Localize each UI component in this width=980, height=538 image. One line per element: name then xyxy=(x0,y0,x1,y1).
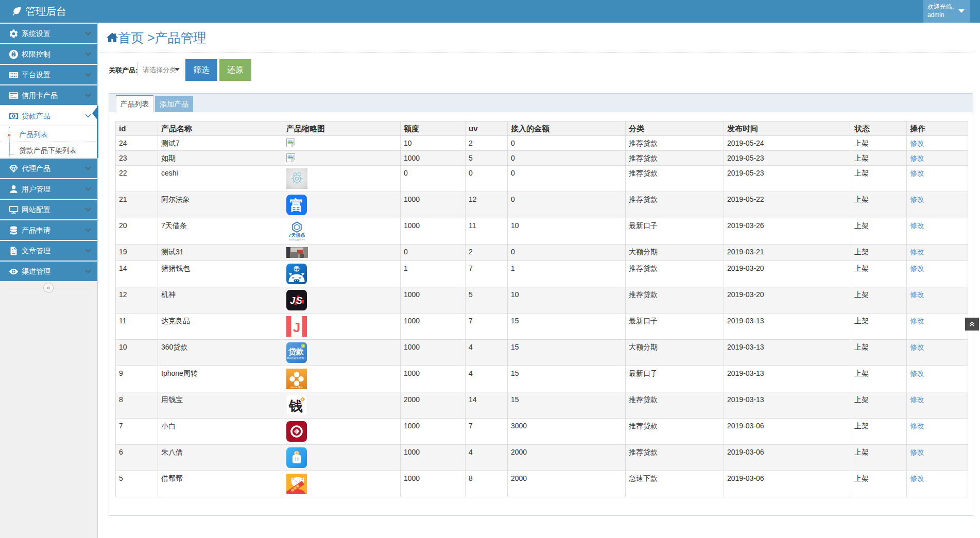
svg-text:贷款: 贷款 xyxy=(288,347,304,356)
svg-text:iphone 周转: iphone 周转 xyxy=(290,386,303,389)
svg-text:7天借条: 7天借条 xyxy=(289,233,305,238)
svg-text:钱: 钱 xyxy=(288,398,303,414)
svg-text:¥: ¥ xyxy=(302,397,304,401)
svg-text:360金融集团旗下: 360金融集团旗下 xyxy=(287,356,306,360)
svg-text:专业借条服务平台: 专业借条服务平台 xyxy=(289,238,305,241)
svg-text:富: 富 xyxy=(290,198,304,213)
svg-text:J: J xyxy=(293,320,300,335)
